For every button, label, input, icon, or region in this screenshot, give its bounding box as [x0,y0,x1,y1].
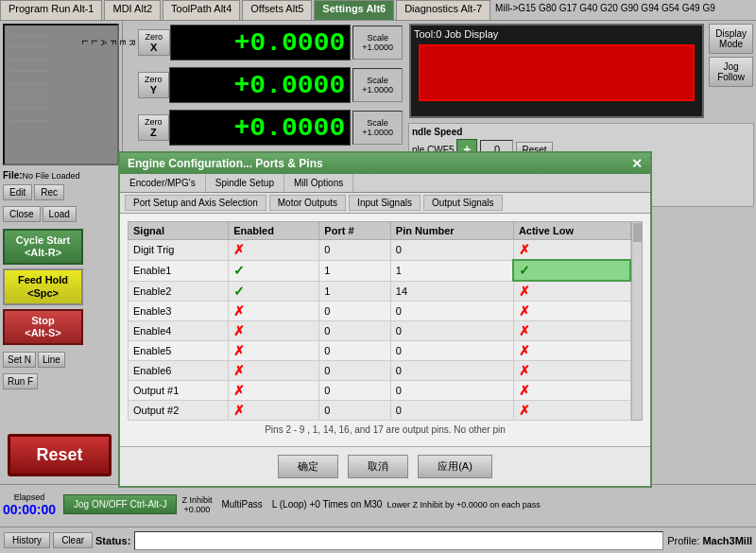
signal-name: Output #2 [129,401,229,421]
modal-cancel-button[interactable]: 取消 [348,455,408,478]
modal-subtab-inputsignals[interactable]: Input Signals [349,195,421,211]
zero-y-button[interactable]: Zero Y [138,72,170,98]
dro-axes: REFALL Zero X +0.0000 Scale +1.0000 Zero [127,25,403,148]
tab-toolpath[interactable]: ToolPath Alt4 [163,0,240,20]
table-row: Output #2 ✗ 0 0 ✗ [129,401,631,421]
setn-button[interactable]: Set N [3,352,36,368]
pin-cell: 0 [390,341,513,361]
edit-rec-row: Edit Rec [0,182,122,204]
setn-line-row: Set N Line [0,350,122,372]
tool-display-label: Tool:0 Job Display [414,28,498,40]
signal-name: Output #1 [129,381,229,401]
zero-x-label: Zero [146,33,163,42]
modal-tab-mill[interactable]: Mill Options [284,174,353,192]
enabled-cell: ✗ [229,341,319,361]
dro-y-value: +0.0000 [169,67,351,103]
jog-follow-button[interactable]: Jog Follow [709,57,753,87]
table-row: Digit Trig ✗ 0 0 ✗ [129,240,631,261]
zinhibit-area: Z Inhibit +0.000 [181,495,212,514]
table-container: Signal Enabled Port # Pin Number Active … [128,221,643,421]
col-pin: Pin Number [390,222,513,240]
table-row: Enable6 ✗ 0 0 ✗ [129,361,631,381]
menu-bar: Program Run Alt-1 MDI Alt2 ToolPath Alt4… [0,0,756,21]
zinhibit-label: Z Inhibit [181,495,212,505]
cycle-start-button[interactable]: Cycle Start <Alt-R> [3,229,83,265]
edit-button[interactable]: Edit [3,184,32,200]
footer-bar: History Clear Status: Profile: Mach3Mill [0,527,756,553]
pin-cell: 1 [390,260,513,281]
modal-subtab-portsetup[interactable]: Port Setup and Axis Selection [125,195,266,211]
display-mode-button[interactable]: Display Mode [709,24,753,54]
tool-visual [419,44,695,101]
multipass-area: MultiPass [221,499,262,510]
rec-button[interactable]: Rec [34,184,64,200]
tool-area: Tool:0 Job Display Display Mode Jog Foll… [406,21,756,121]
jog-onoff-button[interactable]: Jog ON/OFF Ctrl-Alt-J [63,494,177,514]
status-display [134,531,663,550]
load-button[interactable]: Load [43,206,77,222]
table-row: Enable4 ✗ 0 0 ✗ [129,321,631,341]
signal-name: Enable3 [129,302,229,321]
modal-apply-button[interactable]: 应用(A) [418,455,492,478]
bottom-action-row: Elapsed 00:00:00 Jog ON/OFF Ctrl-Alt-J Z… [0,484,756,524]
port-cell: 0 [319,381,390,401]
runf-button[interactable]: Run F [3,373,38,389]
enabled-cell: ✗ [229,401,319,421]
port-cell: 0 [319,401,390,421]
modal-subtab-motoroutputs[interactable]: Motor Outputs [269,195,346,211]
table-scrollbar[interactable] [631,221,643,421]
profile-value: Mach3Mill [702,535,752,546]
elapsed-time: 00:00:00 [3,502,56,517]
tab-offsets[interactable]: Offsets Alt5 [242,0,312,20]
col-port: Port # [319,222,390,240]
modal-close-button[interactable]: ✕ [631,156,643,171]
pin-cell: 14 [390,281,513,302]
modal-title: Engine Configuration... Ports & Pins [128,157,323,170]
zero-z-button[interactable]: Zero Z [138,114,170,141]
feed-hold-button[interactable]: Feed Hold <Spc> [3,268,83,304]
elapsed-label: Elapsed [14,493,45,502]
dro-y-row: Zero Y +0.0000 Scale +1.0000 [127,67,403,103]
signal-name: Enable5 [129,341,229,361]
active-low-cell[interactable]: ✓ [513,260,630,281]
reset-area: Reset [0,426,122,484]
modal-confirm-button[interactable]: 确定 [278,455,338,478]
modal-tab-encoder[interactable]: Encoder/MPG's [120,174,206,192]
port-cell: 0 [319,240,390,261]
col-enabled: Enabled [229,222,319,240]
line-button[interactable]: Line [38,352,65,368]
table-row: Enable5 ✗ 0 0 ✗ [129,341,631,361]
scale-y: Scale +1.0000 [352,68,403,102]
modal-tab-spindle[interactable]: Spindle Setup [206,174,284,192]
reset-button[interactable]: Reset [8,434,112,476]
close-button[interactable]: Close [3,206,41,222]
table-row: Enable3 ✗ 0 0 ✗ [129,302,631,321]
loop-label: L (Loop) +0 [272,499,320,510]
runf-row: Run F [0,372,122,393]
active-low-cell: ✗ [513,341,630,361]
tab-program-run[interactable]: Program Run Alt-1 [0,0,102,20]
active-low-cell: ✗ [513,302,630,321]
display-jog-col: Display Mode Jog Follow [709,24,753,87]
zero-x-button[interactable]: Zero X [138,29,170,56]
scrollbar-thumb [633,223,643,242]
modal-footer: 确定 取消 应用(A) [120,446,650,486]
tab-settings[interactable]: Settings Alt6 [314,0,394,20]
tab-diagnostics[interactable]: Diagnostics Alt-7 [396,0,490,20]
tab-mdi[interactable]: MDI Alt2 [104,0,161,20]
port-cell: 0 [319,321,390,341]
modal-title-bar: Engine Configuration... Ports & Pins ✕ [120,153,650,174]
modal-body: Signal Enabled Port # Pin Number Active … [120,214,650,446]
pin-cell: 0 [390,321,513,341]
active-low-cell: ✗ [513,361,630,381]
clear-button[interactable]: Clear [53,532,93,548]
history-button[interactable]: History [4,532,50,548]
port-cell: 0 [319,341,390,361]
active-low-cell: ✗ [513,281,630,302]
modal-subtab-outputsignals[interactable]: Output Signals [423,195,503,211]
stop-button[interactable]: Stop <Alt-S> [3,309,83,345]
file-row: File: No File Loaded [0,168,122,182]
pin-cell: 0 [390,401,513,421]
signal-name: Enable4 [129,321,229,341]
signal-name: Enable1 [129,260,229,281]
